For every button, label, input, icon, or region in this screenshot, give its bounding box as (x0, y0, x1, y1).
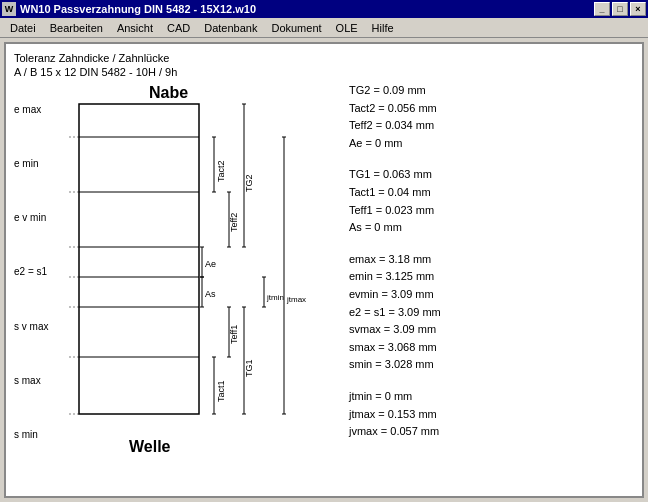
info-group-emax: emax = 3.18 mm emin = 3.125 mm evmin = 3… (349, 251, 441, 374)
info-tg1: TG1 = 0.063 mm (349, 166, 441, 184)
window-title: WN10 Passverzahnung DIN 5482 - 15X12.w10 (20, 3, 256, 15)
menu-ansicht[interactable]: Ansicht (111, 20, 159, 36)
svg-text:Teff2: Teff2 (229, 213, 239, 232)
info-svmax: svmax = 3.09 mm (349, 321, 441, 339)
svg-text:Teff1: Teff1 (229, 325, 239, 344)
left-labels: e max e min e v min e2 = s1 s v max s ma… (14, 82, 69, 462)
info-group-jt: jtmin = 0 mm jtmax = 0.153 mm jvmax = 0.… (349, 388, 441, 441)
svg-text:Tact1: Tact1 (216, 380, 226, 402)
menu-hilfe[interactable]: Hilfe (366, 20, 400, 36)
info-emax: emax = 3.18 mm (349, 251, 441, 269)
label-emin: e min (14, 158, 65, 169)
info-teff2: Teff2 = 0.034 mm (349, 117, 441, 135)
title-bar-buttons[interactable]: _ □ × (594, 2, 646, 16)
title-bar-left: W WN10 Passverzahnung DIN 5482 - 15X12.w… (2, 2, 256, 16)
menu-datei[interactable]: Datei (4, 20, 42, 36)
app-icon: W (2, 2, 16, 16)
chart-svg: Nabe (69, 82, 329, 472)
menu-dokument[interactable]: Dokument (265, 20, 327, 36)
label-emax: e max (14, 104, 65, 115)
svg-text:jtmax: jtmax (286, 295, 306, 304)
header-line2: A / B 15 x 12 DIN 5482 - 10H / 9h (14, 66, 634, 78)
info-tact1: Tact1 = 0.04 mm (349, 184, 441, 202)
svg-rect-1 (79, 104, 199, 414)
info-tact2: Tact2 = 0.056 mm (349, 100, 441, 118)
right-panel: TG2 = 0.09 mm Tact2 = 0.056 mm Teff2 = 0… (349, 82, 441, 462)
label-svmax: s v max (14, 321, 65, 332)
info-ae: Ae = 0 mm (349, 135, 441, 153)
menu-bearbeiten[interactable]: Bearbeiten (44, 20, 109, 36)
info-group-tg1: TG1 = 0.063 mm Tact1 = 0.04 mm Teff1 = 0… (349, 166, 441, 236)
menu-bar: Datei Bearbeiten Ansicht CAD Datenbank D… (0, 18, 648, 38)
window-content: Toleranz Zahndicke / Zahnlücke A / B 15 … (4, 42, 644, 498)
label-smax: s max (14, 375, 65, 386)
svg-text:Nabe: Nabe (149, 84, 188, 101)
info-emin: emin = 3.125 mm (349, 268, 441, 286)
close-button[interactable]: × (630, 2, 646, 16)
svg-text:Tact2: Tact2 (216, 160, 226, 182)
info-jtmax: jtmax = 0.153 mm (349, 406, 441, 424)
svg-text:Ae: Ae (205, 259, 216, 269)
header-line1: Toleranz Zahndicke / Zahnlücke (14, 52, 634, 64)
info-teff1: Teff1 = 0.023 mm (349, 202, 441, 220)
info-as: As = 0 mm (349, 219, 441, 237)
info-group-tg2: TG2 = 0.09 mm Tact2 = 0.056 mm Teff2 = 0… (349, 82, 441, 152)
info-jtmin: jtmin = 0 mm (349, 388, 441, 406)
label-e2s1: e2 = s1 (14, 266, 65, 277)
title-bar: W WN10 Passverzahnung DIN 5482 - 15X12.w… (0, 0, 648, 18)
info-smin: smin = 3.028 mm (349, 356, 441, 374)
label-evmin: e v min (14, 212, 65, 223)
svg-text:TG1: TG1 (244, 359, 254, 377)
info-e2s1: e2 = s1 = 3.09 mm (349, 304, 441, 322)
menu-datenbank[interactable]: Datenbank (198, 20, 263, 36)
info-jvmax: jvmax = 0.057 mm (349, 423, 441, 441)
menu-cad[interactable]: CAD (161, 20, 196, 36)
minimize-button[interactable]: _ (594, 2, 610, 16)
svg-text:Welle: Welle (129, 438, 171, 455)
chart-container: Nabe (69, 82, 329, 462)
label-smin: s min (14, 429, 65, 440)
info-tg2: TG2 = 0.09 mm (349, 82, 441, 100)
svg-text:As: As (205, 289, 216, 299)
menu-ole[interactable]: OLE (330, 20, 364, 36)
svg-text:TG2: TG2 (244, 174, 254, 192)
info-evmin: evmin = 3.09 mm (349, 286, 441, 304)
maximize-button[interactable]: □ (612, 2, 628, 16)
diagram-area: e max e min e v min e2 = s1 s v max s ma… (14, 82, 634, 462)
svg-text:jtmin: jtmin (266, 293, 284, 302)
info-smax: smax = 3.068 mm (349, 339, 441, 357)
